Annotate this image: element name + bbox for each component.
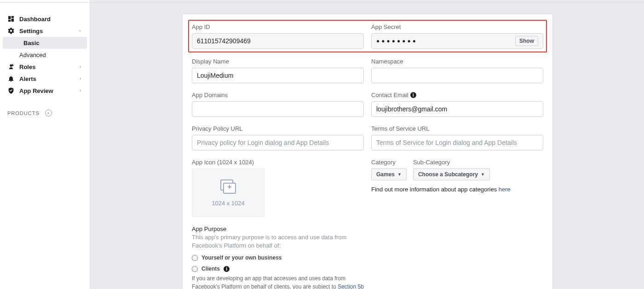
info-icon: i (410, 92, 416, 98)
display-name-label: Display Name (192, 58, 364, 65)
app-domains-label: App Domains (192, 92, 364, 98)
sidebar-label: App Review (19, 87, 74, 94)
app-icon-upload[interactable]: 1024 x 1024 (192, 168, 264, 217)
sidebar-item-roles[interactable]: Roles (0, 61, 90, 73)
credentials-highlight: App ID 611015742909469 App Secret ●●●●●●… (188, 20, 547, 52)
sidebar-item-advanced[interactable]: Advanced (0, 49, 90, 61)
category-label: Category (371, 159, 407, 166)
category-help-text: Find out more information about app cate… (371, 186, 543, 193)
contact-email-label: Contact Email i (371, 92, 543, 98)
settings-card: App ID 611015742909469 App Secret ●●●●●●… (182, 14, 553, 289)
sidebar-section-label: PRODUCTS (7, 110, 40, 116)
app-purpose-label: App Purpose (192, 225, 543, 232)
caret-down-icon: ▼ (397, 172, 402, 177)
bell-icon (7, 75, 15, 82)
sidebar-label: Settings (19, 28, 73, 35)
privacy-url-label: Privacy Policy URL (192, 125, 364, 132)
purpose-clients-label: Clients (201, 266, 220, 272)
info-icon: i (224, 266, 230, 272)
sidebar-label: Advanced (19, 52, 46, 58)
main-content: App ID 611015742909469 App Secret ●●●●●●… (90, 0, 644, 289)
display-name-input[interactable] (192, 68, 364, 83)
roles-icon (7, 63, 15, 70)
gear-icon (7, 27, 15, 35)
sidebar-label: Dashboard (19, 16, 82, 23)
app-secret-field: ●●●●●●●● Show (371, 33, 543, 49)
show-secret-button[interactable]: Show (515, 36, 538, 46)
chevron-right-icon (79, 75, 82, 82)
image-placeholder-icon (218, 179, 238, 195)
shield-icon (7, 87, 15, 94)
subcategory-label: Sub-Category (413, 159, 490, 166)
category-help-link[interactable]: here (499, 186, 511, 193)
app-id-label: App ID (192, 23, 364, 30)
purpose-clients-radio[interactable] (192, 266, 198, 272)
sidebar: Dashboard Settings Basic Advanced Roles (0, 0, 90, 289)
chevron-down-icon (78, 28, 82, 35)
subcategory-select[interactable]: Choose a Subcategory ▼ (413, 168, 490, 180)
tos-url-input[interactable] (371, 135, 543, 150)
sidebar-item-alerts[interactable]: Alerts (0, 73, 90, 85)
privacy-url-input[interactable] (192, 135, 364, 150)
app-icon-label: App Icon (1024 x 1024) (192, 159, 364, 166)
chevron-right-icon (79, 64, 82, 70)
app-domains-input[interactable] (192, 101, 364, 117)
sidebar-label: Roles (19, 64, 74, 70)
chevron-right-icon (79, 87, 82, 94)
platform-terms-note: If you are developing an app that access… (192, 275, 367, 289)
app-secret-mask: ●●●●●●●● (376, 38, 418, 44)
sidebar-item-dashboard[interactable]: Dashboard (0, 13, 90, 25)
sidebar-item-app-review[interactable]: App Review (0, 85, 90, 97)
sidebar-item-settings[interactable]: Settings (0, 25, 90, 37)
caret-down-icon: ▼ (481, 172, 485, 177)
app-purpose-desc: This app's primary purpose is to access … (192, 233, 348, 250)
sidebar-section-products: PRODUCTS (0, 102, 90, 120)
app-secret-label: App Secret (371, 23, 543, 30)
namespace-input[interactable] (371, 68, 543, 83)
sidebar-label: Alerts (19, 75, 74, 82)
add-product-button[interactable] (45, 110, 52, 116)
contact-email-input[interactable] (371, 101, 543, 117)
purpose-self-radio[interactable] (192, 255, 198, 261)
app-icon-size-hint: 1024 x 1024 (212, 200, 245, 207)
sidebar-label: Basic (23, 40, 40, 46)
purpose-self-label: Yourself or your own business (201, 254, 282, 261)
category-select[interactable]: Games ▼ (371, 168, 407, 180)
sidebar-item-basic[interactable]: Basic (3, 37, 87, 49)
tos-url-label: Terms of Service URL (371, 125, 543, 132)
app-id-value[interactable]: 611015742909469 (192, 33, 364, 49)
dashboard-icon (7, 15, 15, 23)
namespace-label: Namespace (371, 58, 543, 65)
